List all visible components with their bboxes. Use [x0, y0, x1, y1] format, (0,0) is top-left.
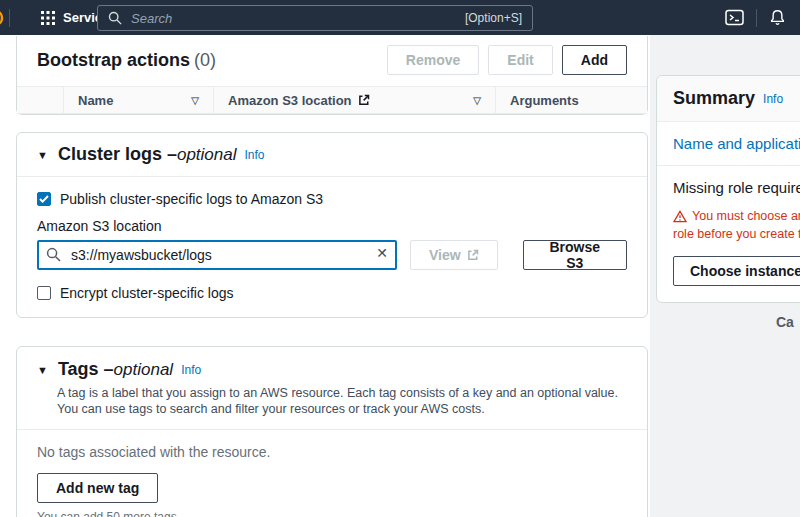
browse-s3-button[interactable]: Browse S3: [523, 240, 627, 270]
encrypt-logs-checkbox-row: Encrypt cluster-specific logs: [37, 285, 627, 301]
name-and-applications-link[interactable]: Name and applicatio: [673, 135, 800, 152]
tags-limit-hint: You can add 50 more tags.: [37, 510, 627, 517]
column-header-name[interactable]: Name ▽: [63, 87, 213, 113]
remove-button[interactable]: Remove: [387, 45, 479, 75]
tags-empty-message: No tags associated with the resource.: [37, 444, 627, 460]
tags-description: A tag is a label that you assign to an A…: [57, 385, 627, 417]
collapse-caret-icon[interactable]: ▼: [37, 364, 48, 376]
sort-icon[interactable]: ▽: [191, 95, 199, 106]
tags-title: Tags –: [58, 359, 114, 380]
aws-console-page: { "topbar": { "services_label": "Service…: [0, 0, 800, 517]
summary-panel: Summary Info Name and applicatio Missing…: [656, 75, 800, 303]
topbar-divider: [756, 9, 757, 27]
edit-button[interactable]: Edit: [488, 45, 552, 75]
s3-location-field-wrap: ✕: [37, 240, 397, 270]
external-link-icon: [358, 94, 370, 106]
tags-info-link[interactable]: Info: [181, 363, 201, 377]
publish-logs-checkbox[interactable]: [37, 192, 51, 206]
cloudshell-icon[interactable]: [719, 5, 750, 30]
bootstrap-actions-table-header: Name ▽ Amazon S3 location ▽ Arguments: [17, 86, 647, 114]
publish-logs-checkbox-row: Publish cluster-specific logs to Amazon …: [37, 191, 627, 207]
search-icon: [46, 247, 61, 262]
tags-optional: optional: [114, 360, 174, 380]
column-header-s3-location[interactable]: Amazon S3 location ▽: [213, 87, 495, 113]
choose-instance-profile-button[interactable]: Choose instance prof: [673, 256, 800, 286]
bootstrap-actions-count: (0): [194, 50, 216, 70]
tags-header[interactable]: ▼ Tags – optional Info: [37, 359, 627, 380]
warning-triangle-icon: [673, 210, 687, 223]
external-link-icon: [467, 249, 479, 261]
column-header-arguments[interactable]: Arguments: [495, 87, 647, 113]
search-placeholder: Search: [131, 11, 465, 26]
cancel-button[interactable]: Ca: [776, 314, 794, 330]
services-grid-icon[interactable]: [41, 11, 55, 25]
missing-role-heading: Missing role requirem: [673, 179, 800, 196]
bootstrap-actions-header: Bootstrap actions (0) Remove Edit Add: [17, 36, 647, 86]
encrypt-logs-checkbox[interactable]: [37, 286, 51, 300]
cluster-logs-title: Cluster logs –: [58, 144, 177, 165]
cluster-logs-header[interactable]: ▼ Cluster logs – optional Info: [17, 133, 647, 176]
s3-location-label: Amazon S3 location: [37, 218, 627, 234]
add-button[interactable]: Add: [562, 45, 627, 75]
cluster-logs-section: ▼ Cluster logs – optional Info Publish c…: [16, 132, 648, 318]
search-icon: [108, 11, 122, 25]
cluster-logs-info-link[interactable]: Info: [244, 148, 264, 162]
top-navigation-bar: Services Search [Option+S]: [0, 0, 800, 35]
search-shortcut-hint: [Option+S]: [465, 11, 522, 25]
missing-role-warning: You must choose an in role before you cr…: [673, 207, 800, 243]
tags-section: ▼ Tags – optional Info A tag is a label …: [16, 346, 648, 517]
sort-icon[interactable]: ▽: [473, 95, 481, 106]
bootstrap-actions-section: Bootstrap actions (0) Remove Edit Add Na…: [16, 36, 648, 115]
publish-logs-label: Publish cluster-specific logs to Amazon …: [60, 191, 323, 207]
bootstrap-actions-title: Bootstrap actions (0): [37, 50, 216, 71]
selection-column-header: [17, 87, 63, 113]
global-search-input[interactable]: Search [Option+S]: [97, 5, 533, 31]
s3-location-input[interactable]: [37, 240, 397, 270]
clear-input-icon[interactable]: ✕: [376, 245, 388, 261]
add-new-tag-button[interactable]: Add new tag: [37, 473, 158, 503]
summary-info-link[interactable]: Info: [763, 92, 783, 106]
main-form-column: Bootstrap actions (0) Remove Edit Add Na…: [16, 36, 648, 517]
view-button[interactable]: View: [410, 240, 498, 270]
notifications-bell-icon[interactable]: [763, 5, 792, 30]
collapse-caret-icon[interactable]: ▼: [37, 149, 48, 161]
summary-header: Summary Info: [657, 76, 800, 122]
encrypt-logs-label: Encrypt cluster-specific logs: [60, 285, 234, 301]
aws-logo-icon[interactable]: [0, 10, 8, 26]
cluster-logs-optional: optional: [177, 145, 237, 165]
summary-title: Summary: [673, 88, 755, 109]
topbar-divider: [9, 9, 10, 27]
